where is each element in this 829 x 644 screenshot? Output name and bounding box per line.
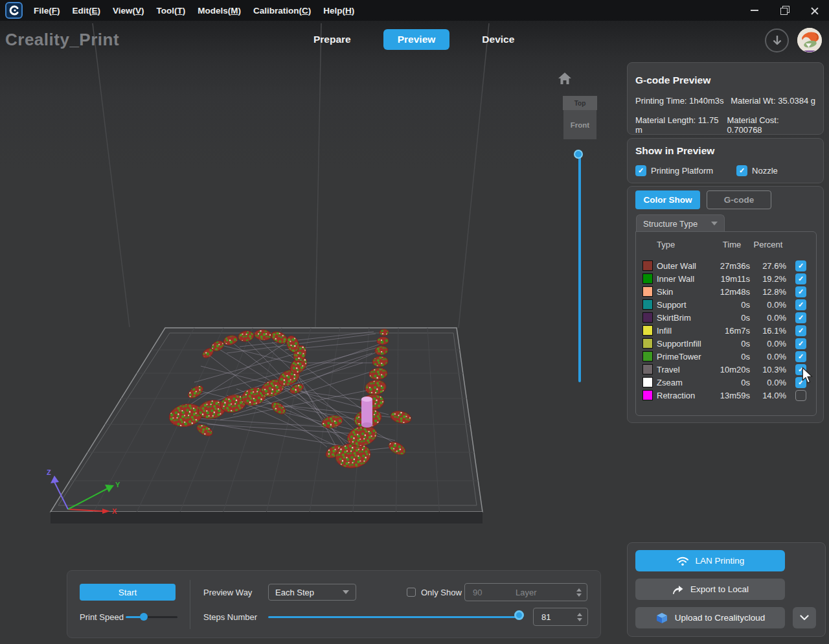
row-percent: 16.1% (750, 326, 786, 336)
row-time: 12m48s (714, 287, 750, 297)
upload-to-crealitycloud-button[interactable]: Upload to Crealitycloud (635, 607, 785, 628)
row-visibility-checkbox[interactable]: ✓ (795, 312, 806, 323)
row-type: Zseam (657, 378, 714, 387)
svg-text:X: X (112, 507, 117, 515)
maximize-button[interactable] (769, 0, 799, 21)
row-percent: 0.0% (750, 339, 786, 349)
check-icon: ✓ (798, 262, 804, 270)
row-visibility-checkbox[interactable]: ✓ (795, 286, 806, 297)
export-to-local-button[interactable]: Export to Local (635, 579, 785, 600)
output-actions-card: LAN Printing Export to Local Upload to C… (627, 542, 826, 637)
row-percent: 0.0% (750, 300, 786, 310)
menu-file[interactable]: File(F) (34, 6, 60, 16)
row-visibility-checkbox[interactable]: ✓ (795, 351, 806, 362)
menu-view[interactable]: View(V) (113, 6, 144, 16)
download-button[interactable] (765, 29, 789, 52)
menu-models[interactable]: Models(M) (198, 6, 241, 16)
view-cube[interactable]: Top Front (563, 96, 597, 139)
row-visibility-checkbox[interactable]: ✓ (795, 390, 806, 401)
layer-slider-handle[interactable] (574, 150, 583, 159)
spinner-up-icon[interactable] (576, 588, 582, 592)
spinner-up-icon[interactable] (577, 613, 582, 616)
menu-help[interactable]: Help(H) (323, 6, 354, 16)
app-logo[interactable] (5, 2, 23, 19)
nozzle-checkbox[interactable]: ✓ (736, 165, 747, 176)
row-time: 13m59s (714, 391, 750, 400)
maximize-icon (781, 7, 788, 14)
color-swatch (642, 299, 653, 310)
menu-calibration[interactable]: Calibration(C) (253, 6, 311, 16)
header-time: Time (714, 240, 750, 249)
home-view-button[interactable] (556, 70, 574, 87)
minimize-button[interactable] (740, 0, 769, 21)
close-icon (810, 6, 819, 15)
row-percent: 0.0% (750, 313, 786, 323)
color-show-button[interactable]: Color Show (635, 190, 700, 209)
chevron-down-icon (711, 222, 718, 225)
table-row: Retraction 13m59s 14.0% ✓ (636, 389, 816, 402)
color-swatch (642, 273, 653, 284)
tab-prepare[interactable]: Prepare (304, 29, 360, 50)
menu-tool[interactable]: Tool(T) (157, 6, 186, 16)
steps-slider-handle[interactable] (514, 610, 524, 620)
more-actions-button[interactable] (793, 607, 816, 628)
steps-stepper[interactable] (577, 613, 582, 621)
steps-value-input[interactable]: 81 (533, 608, 588, 626)
row-visibility-checkbox[interactable]: ✓ (795, 273, 806, 284)
table-header: Type Time Percent (636, 238, 816, 250)
only-show-checkbox[interactable] (407, 588, 416, 597)
minimize-icon (751, 10, 758, 11)
color-swatch (642, 351, 653, 362)
tab-device[interactable]: Device (473, 29, 523, 50)
table-row: Travel 10m20s 10.3% ✓ (636, 363, 816, 376)
view-cube-front-face[interactable]: Front (563, 110, 596, 139)
creality-print-window: X Y Z (0, 0, 829, 644)
row-type: Infill (657, 326, 714, 336)
printing-platform-checkbox[interactable]: ✓ (635, 165, 646, 176)
lan-printing-label: LAN Printing (696, 556, 745, 566)
stat-material-wt: Material Wt: 35.0384 g (731, 96, 815, 106)
layer-range-slider[interactable] (578, 155, 581, 382)
table-row: SkirtBrim 0s 0.0% ✓ (636, 311, 816, 324)
avatar-image (797, 28, 822, 52)
export-to-local-label: Export to Local (690, 584, 749, 594)
structure-type-dropdown[interactable]: Structure Type (636, 214, 725, 232)
option-nozzle: ✓ Nozzle (736, 165, 778, 176)
table-row: Zseam 0s 0.0% ✓ (636, 376, 816, 389)
row-time: 19m11s (714, 274, 750, 284)
room-edge-lines (93, 23, 489, 328)
spinner-down-icon[interactable] (577, 618, 582, 621)
lan-printing-button[interactable]: LAN Printing (635, 550, 785, 571)
layer-number-input[interactable]: 90 Layer (464, 583, 587, 601)
print-speed-slider-handle[interactable] (140, 613, 148, 621)
row-visibility-checkbox[interactable]: ✓ (795, 299, 806, 310)
spinner-down-icon[interactable] (576, 593, 582, 597)
gcode-button[interactable]: G-code (707, 190, 771, 209)
close-button[interactable] (799, 0, 829, 21)
row-percent: 0.0% (750, 378, 786, 387)
start-button[interactable]: Start (80, 584, 176, 601)
page-title: Creality_Print (5, 30, 119, 50)
color-swatch (642, 325, 653, 336)
row-type: Inner Wall (657, 274, 714, 284)
user-avatar[interactable] (797, 28, 822, 52)
view-cube-top-face[interactable]: Top (563, 96, 597, 110)
check-icon: ✓ (798, 340, 804, 347)
print-speed-slider[interactable] (126, 616, 177, 618)
row-time: 0s (714, 300, 750, 310)
row-visibility-checkbox[interactable]: ✓ (795, 338, 806, 349)
viewport-3d-scene[interactable]: X Y Z (0, 0, 625, 644)
row-visibility-checkbox[interactable]: ✓ (795, 325, 806, 336)
row-type: Skin (657, 287, 714, 297)
layer-stepper[interactable] (576, 588, 582, 597)
table-row: PrimeTower 0s 0.0% ✓ (636, 350, 816, 363)
check-icon: ✓ (798, 314, 804, 321)
steps-number-slider[interactable] (268, 616, 524, 618)
nozzle-label: Nozzle (752, 166, 778, 176)
stat-material-length: Material Length: 11.75 m (635, 115, 727, 135)
row-visibility-checkbox[interactable]: ✓ (795, 260, 806, 271)
preview-way-dropdown[interactable]: Each Step (268, 584, 356, 601)
color-swatch (642, 377, 653, 387)
menu-edit[interactable]: Edit(E) (73, 6, 101, 16)
tab-preview[interactable]: Preview (383, 29, 450, 50)
